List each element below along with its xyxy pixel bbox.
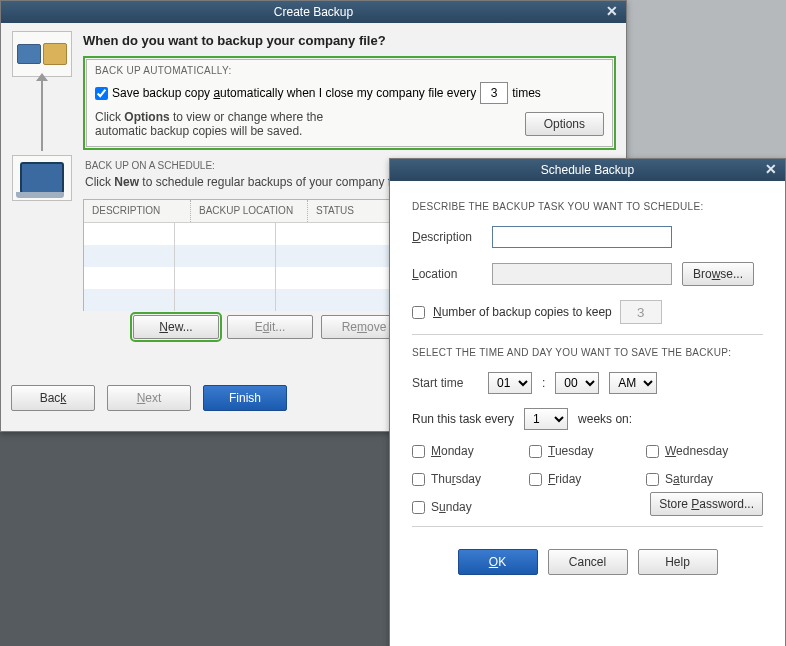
col-location: BACKUP LOCATION [191, 200, 308, 222]
storage-device-icon [12, 31, 72, 77]
close-icon[interactable]: ✕ [604, 3, 620, 19]
divider [412, 526, 763, 527]
finish-button[interactable]: Finish [203, 385, 287, 411]
day-friday[interactable]: Friday [529, 472, 646, 486]
friday-checkbox[interactable] [529, 473, 542, 486]
day-wednesday[interactable]: Wednesday [646, 444, 763, 458]
day-saturday[interactable]: Saturday [646, 472, 763, 486]
options-button[interactable]: Options [525, 112, 604, 136]
start-time-label: Start time [412, 376, 478, 390]
laptop-icon-box [12, 155, 72, 201]
auto-backup-group: BACK UP AUTOMATICALLY: Save backup copy … [86, 59, 613, 147]
cancel-button[interactable]: Cancel [548, 549, 628, 575]
location-input [492, 263, 672, 285]
keep-copies-input [620, 300, 662, 324]
next-button[interactable]: Next [107, 385, 191, 411]
new-button[interactable]: New... [133, 315, 219, 339]
drive-icon [17, 44, 41, 64]
schedule-backup-titlebar: Schedule Backup ✕ [390, 159, 785, 181]
back-button[interactable]: Back [11, 385, 95, 411]
day-monday[interactable]: Monday [412, 444, 529, 458]
keep-copies-checkbox[interactable] [412, 306, 425, 319]
time-colon: : [542, 376, 545, 390]
auto-backup-times-suffix: times [512, 86, 541, 100]
auto-backup-highlight: BACK UP AUTOMATICALLY: Save backup copy … [83, 56, 616, 150]
help-button[interactable]: Help [638, 549, 718, 575]
schedule-backup-window: Schedule Backup ✕ DESCRIBE THE BACKUP TA… [389, 158, 786, 646]
create-backup-title: Create Backup [274, 5, 353, 19]
wednesday-checkbox[interactable] [646, 445, 659, 458]
time-section-title: SELECT THE TIME AND DAY YOU WANT TO SAVE… [412, 347, 763, 358]
arrow-up-icon [41, 81, 43, 151]
browse-button[interactable]: Browse... [682, 262, 754, 286]
tuesday-checkbox[interactable] [529, 445, 542, 458]
col-description: DESCRIPTION [84, 200, 191, 222]
describe-section-title: DESCRIBE THE BACKUP TASK YOU WANT TO SCH… [412, 201, 763, 212]
sunday-checkbox[interactable] [412, 501, 425, 514]
divider [412, 334, 763, 335]
close-icon[interactable]: ✕ [763, 161, 779, 177]
minute-select[interactable]: 00 [555, 372, 599, 394]
auto-backup-hint: Click Options to view or change where th… [95, 110, 375, 138]
wizard-question: When do you want to backup your company … [83, 33, 616, 48]
dialog-buttons: OK Cancel Help [412, 549, 763, 575]
run-every-label-pre: Run this task every [412, 412, 514, 426]
laptop-icon [20, 162, 64, 194]
keep-copies-label: Number of backup copies to keep [433, 305, 612, 319]
store-password-button[interactable]: Store Password... [650, 492, 763, 516]
description-input[interactable] [492, 226, 672, 248]
day-thursday[interactable]: Thursday [412, 472, 529, 486]
monday-checkbox[interactable] [412, 445, 425, 458]
briefcase-icon [43, 43, 67, 65]
wizard-illustration [9, 31, 75, 339]
location-label: Location [412, 267, 482, 281]
description-label: Description [412, 230, 482, 244]
auto-backup-title: BACK UP AUTOMATICALLY: [95, 65, 604, 76]
day-tuesday[interactable]: Tuesday [529, 444, 646, 458]
wizard-footer: Back Next Finish [11, 385, 287, 411]
ok-button[interactable]: OK [458, 549, 538, 575]
auto-backup-checkbox[interactable] [95, 87, 108, 100]
create-backup-titlebar: Create Backup ✕ [1, 1, 626, 23]
day-sunday[interactable]: Sunday [412, 500, 529, 514]
schedule-backup-title: Schedule Backup [541, 163, 634, 177]
saturday-checkbox[interactable] [646, 473, 659, 486]
auto-backup-label: Save backup copy automatically when I cl… [112, 86, 476, 100]
hour-select[interactable]: 01 [488, 372, 532, 394]
run-every-label-post: weeks on: [578, 412, 632, 426]
weeks-select[interactable]: 1 [524, 408, 568, 430]
new-button-rest: ew... [168, 320, 193, 334]
thursday-checkbox[interactable] [412, 473, 425, 486]
edit-button[interactable]: Edit... [227, 315, 313, 339]
auto-backup-count-input[interactable] [480, 82, 508, 104]
ampm-select[interactable]: AM [609, 372, 657, 394]
